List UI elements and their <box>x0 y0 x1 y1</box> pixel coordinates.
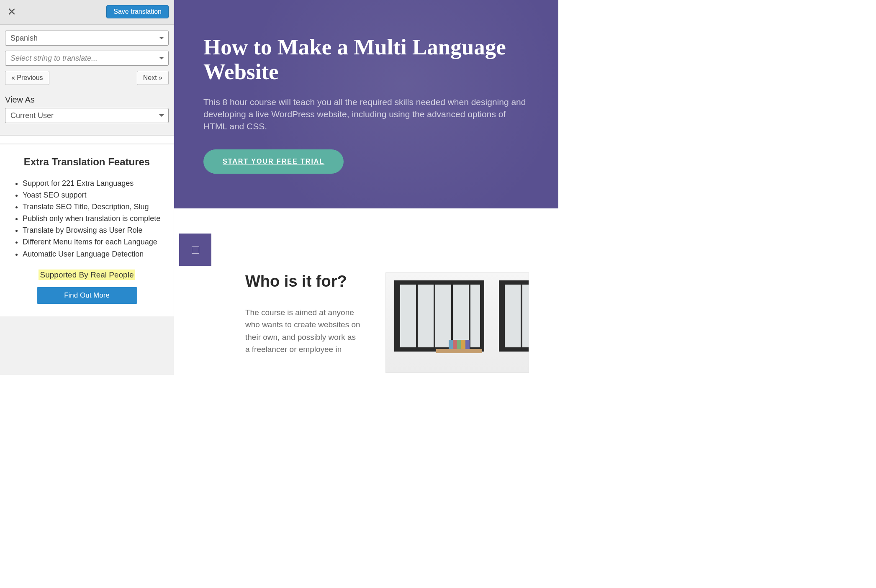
language-select[interactable]: Spanish <box>5 31 169 46</box>
string-select-placeholder: Select string to translate... <box>10 54 98 63</box>
next-button[interactable]: Next » <box>137 71 169 85</box>
supported-line: Supported By Real People <box>10 270 164 280</box>
who-body: The course is aimed at anyone who wants … <box>245 306 360 356</box>
feature-item: Translate by Browsing as User Role <box>23 225 164 236</box>
who-text-column: Who is it for? The course is aimed at an… <box>245 272 360 373</box>
view-as-value: Current User <box>10 111 54 120</box>
feature-item: Automatic User Language Detection <box>23 249 164 259</box>
feature-item: Support for 221 Extra Languages <box>23 178 164 189</box>
save-translation-button[interactable]: Save translation <box>106 5 169 18</box>
previous-button[interactable]: « Previous <box>5 71 49 85</box>
hero-title: How to Make a Multi Language Website <box>203 35 529 84</box>
view-as-select[interactable]: Current User <box>5 108 169 123</box>
office-image <box>385 272 529 373</box>
body-section: Who is it for? The course is aimed at an… <box>174 208 558 373</box>
features-heading: Extra Translation Features <box>10 156 164 168</box>
string-select[interactable]: Select string to translate... <box>5 51 169 66</box>
chevron-down-icon <box>159 37 164 39</box>
supported-text: Supported By Real People <box>39 270 136 280</box>
chevron-down-icon <box>159 114 164 117</box>
sidebar-topbar: ✕ Save translation <box>0 0 174 25</box>
feature-item: Translate SEO Title, Description, Slug <box>23 201 164 212</box>
preview-pane: How to Make a Multi Language Website Thi… <box>174 0 558 375</box>
chevron-down-icon <box>159 57 164 59</box>
shelf-graphic <box>436 349 482 353</box>
feature-item: Different Menu Items for each Language <box>23 236 164 247</box>
language-select-value: Spanish <box>10 34 38 43</box>
view-as-label: View As <box>0 89 174 108</box>
window-graphic <box>394 280 484 352</box>
feature-item: Publish only when translation is complet… <box>23 213 164 224</box>
who-heading: Who is it for? <box>245 272 360 290</box>
language-controls: Spanish Select string to translate... « … <box>0 25 174 89</box>
hero-body: This 8 hour course will teach you all th… <box>203 96 529 133</box>
who-image-column <box>385 272 529 373</box>
features-panel: Extra Translation Features Support for 2… <box>0 144 174 316</box>
translation-sidebar: ✕ Save translation Spanish Select string… <box>0 0 174 375</box>
string-nav: « Previous Next » <box>5 71 169 85</box>
find-out-more-button[interactable]: Find Out More <box>37 287 137 304</box>
divider <box>0 135 174 144</box>
start-trial-button[interactable]: START YOUR FREE TRIAL <box>203 149 344 174</box>
window-graphic <box>499 280 529 352</box>
books-graphic <box>449 340 470 349</box>
features-list: Support for 221 Extra Languages Yoast SE… <box>10 178 164 259</box>
feature-item: Yoast SEO support <box>23 190 164 200</box>
view-as-controls: Current User <box>0 108 174 135</box>
accent-square-icon <box>179 234 211 266</box>
hero-section: How to Make a Multi Language Website Thi… <box>174 0 558 208</box>
close-icon[interactable]: ✕ <box>3 3 20 20</box>
